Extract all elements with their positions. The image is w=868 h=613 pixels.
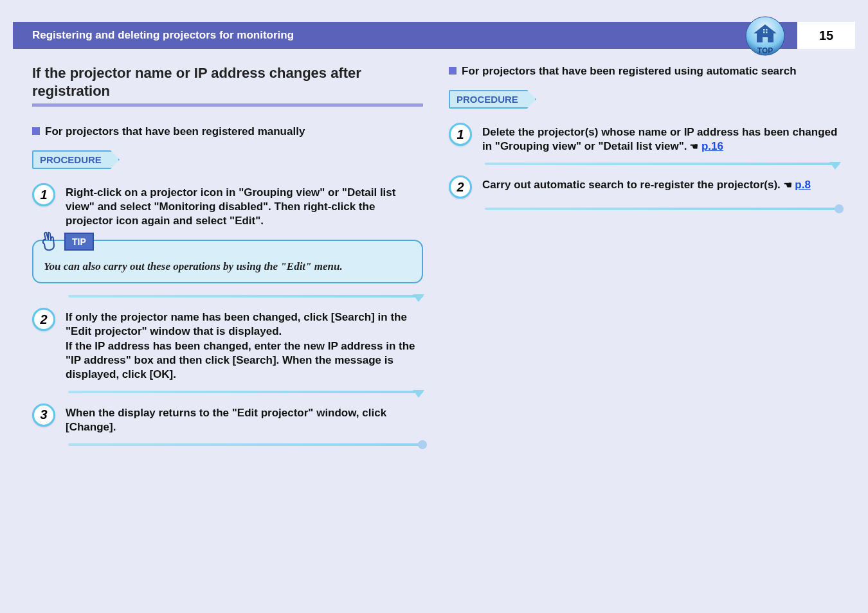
step-text: If only the projector name has been chan… <box>66 308 423 381</box>
step-number-badge: 3 <box>32 404 55 427</box>
pointer-icon: ☛ <box>690 140 698 153</box>
step-text: Delete the projector(s) whose name or IP… <box>482 123 840 154</box>
subheading-manual: For projectors that have been registered… <box>32 125 423 139</box>
right-column: For projectors that have been registered… <box>449 64 840 456</box>
step-number-badge: 2 <box>449 175 472 199</box>
tip-label: TIP <box>64 233 94 251</box>
step-3: 3 When the display returns to the "Edit … <box>32 404 423 434</box>
end-divider <box>485 208 840 210</box>
tip-header: TIP <box>37 230 94 253</box>
procedure-label: PROCEDURE <box>32 150 120 169</box>
step-1: 1 Right-click on a projector icon in "Gr… <box>32 183 423 228</box>
step-text: Carry out automatic search to re-registe… <box>482 175 811 199</box>
subheading-automatic: For projectors that have been registered… <box>449 64 840 78</box>
header-bar: Registering and deleting projectors for … <box>13 22 855 49</box>
step-2: 2 If only the projector name has been ch… <box>32 308 423 381</box>
svg-rect-1 <box>763 29 765 31</box>
section-heading: If the projector name or IP address chan… <box>32 64 423 100</box>
step-number-badge: 2 <box>32 308 55 331</box>
subheading-text: For projectors that have been registered… <box>45 125 305 139</box>
procedure-label: PROCEDURE <box>449 90 536 109</box>
square-bullet-icon <box>32 127 40 135</box>
step-divider <box>68 391 423 393</box>
step-text-part: Delete the projector(s) whose name or IP… <box>482 126 837 152</box>
svg-rect-2 <box>766 29 768 31</box>
step-text: Right-click on a projector icon in "Grou… <box>66 183 423 228</box>
page-number: 15 <box>797 22 855 49</box>
top-home-button[interactable]: TOP <box>745 15 786 57</box>
tip-text: You can also carry out these operations … <box>44 260 411 273</box>
svg-rect-3 <box>763 31 765 33</box>
svg-rect-4 <box>766 31 768 33</box>
square-bullet-icon <box>449 67 457 75</box>
tip-box: TIP You can also carry out these operati… <box>32 240 423 283</box>
subheading-text: For projectors that have been registered… <box>462 64 797 78</box>
top-label: TOP <box>757 46 773 55</box>
step-number-badge: 1 <box>449 123 472 146</box>
page-ref-link[interactable]: p.8 <box>795 179 811 191</box>
step-1: 1 Delete the projector(s) whose name or … <box>449 123 840 154</box>
end-divider <box>68 443 423 446</box>
heading-underline <box>32 103 423 107</box>
step-text-part: Carry out automatic search to re-registe… <box>482 179 784 191</box>
step-2: 2 Carry out automatic search to re-regis… <box>449 175 840 199</box>
peace-hand-icon <box>37 230 60 253</box>
step-text: When the display returns to the "Edit pr… <box>66 404 423 434</box>
page-ref-link[interactable]: p.16 <box>701 140 723 152</box>
step-divider <box>68 295 423 298</box>
step-number-badge: 1 <box>32 183 55 206</box>
left-column: If the projector name or IP address chan… <box>32 64 423 456</box>
header-title: Registering and deleting projectors for … <box>32 29 294 42</box>
pointer-icon: ☛ <box>784 179 792 191</box>
step-divider <box>485 163 840 165</box>
content-area: If the projector name or IP address chan… <box>0 49 868 456</box>
